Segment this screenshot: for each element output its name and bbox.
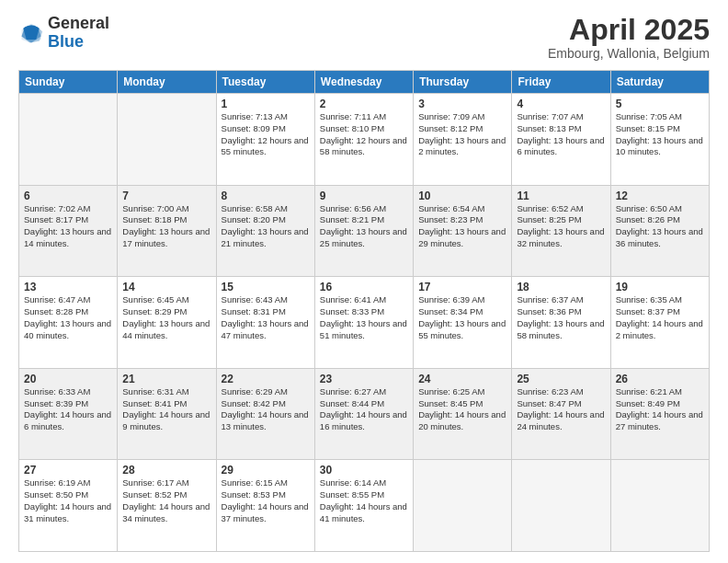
day-info: Sunrise: 6:45 AM Sunset: 8:29 PM Dayligh… bbox=[122, 294, 210, 341]
day-number: 10 bbox=[418, 190, 506, 202]
day-number: 12 bbox=[616, 190, 704, 202]
day-info: Sunrise: 6:29 AM Sunset: 8:42 PM Dayligh… bbox=[222, 386, 310, 433]
calendar-cell-w4-d1: 20Sunrise: 6:33 AM Sunset: 8:39 PM Dayli… bbox=[19, 368, 118, 460]
day-number: 25 bbox=[517, 373, 605, 385]
day-info: Sunrise: 7:02 AM Sunset: 8:17 PM Dayligh… bbox=[24, 203, 112, 250]
calendar-cell-w1-d7: 5Sunrise: 7:05 AM Sunset: 8:15 PM Daylig… bbox=[610, 94, 709, 186]
day-info: Sunrise: 6:54 AM Sunset: 8:23 PM Dayligh… bbox=[418, 203, 506, 250]
calendar-week-2: 6Sunrise: 7:02 AM Sunset: 8:17 PM Daylig… bbox=[19, 185, 710, 277]
calendar-cell-w5-d1: 27Sunrise: 6:19 AM Sunset: 8:50 PM Dayli… bbox=[19, 460, 118, 552]
calendar-cell-w5-d3: 29Sunrise: 6:15 AM Sunset: 8:53 PM Dayli… bbox=[216, 460, 314, 552]
calendar-cell-w2-d6: 11Sunrise: 6:52 AM Sunset: 8:25 PM Dayli… bbox=[512, 185, 610, 277]
col-saturday: Saturday bbox=[610, 71, 709, 94]
logo: General Blue bbox=[18, 15, 109, 52]
calendar-week-1: 1Sunrise: 7:13 AM Sunset: 8:09 PM Daylig… bbox=[19, 94, 710, 186]
logo-line1: General bbox=[48, 15, 109, 33]
day-number: 4 bbox=[517, 98, 605, 110]
day-number: 15 bbox=[222, 281, 310, 293]
day-info: Sunrise: 6:39 AM Sunset: 8:34 PM Dayligh… bbox=[418, 294, 506, 341]
day-number: 14 bbox=[122, 281, 210, 293]
col-sunday: Sunday bbox=[19, 71, 118, 94]
calendar-cell-w5-d4: 30Sunrise: 6:14 AM Sunset: 8:55 PM Dayli… bbox=[314, 460, 413, 552]
calendar-cell-w2-d4: 9Sunrise: 6:56 AM Sunset: 8:21 PM Daylig… bbox=[314, 185, 413, 277]
day-info: Sunrise: 6:58 AM Sunset: 8:20 PM Dayligh… bbox=[222, 203, 310, 250]
calendar-cell-w2-d2: 7Sunrise: 7:00 AM Sunset: 8:18 PM Daylig… bbox=[118, 185, 216, 277]
calendar-cell-w1-d5: 3Sunrise: 7:09 AM Sunset: 8:12 PM Daylig… bbox=[414, 94, 512, 186]
day-number: 19 bbox=[616, 281, 704, 293]
day-number: 2 bbox=[320, 98, 408, 110]
calendar-cell-w5-d6 bbox=[512, 460, 610, 552]
logo-icon bbox=[18, 20, 44, 46]
day-info: Sunrise: 6:47 AM Sunset: 8:28 PM Dayligh… bbox=[24, 294, 112, 341]
calendar-cell-w1-d4: 2Sunrise: 7:11 AM Sunset: 8:10 PM Daylig… bbox=[314, 94, 413, 186]
calendar-week-3: 13Sunrise: 6:47 AM Sunset: 8:28 PM Dayli… bbox=[19, 277, 710, 369]
day-number: 23 bbox=[320, 373, 408, 385]
col-friday: Friday bbox=[512, 71, 610, 94]
day-number: 17 bbox=[418, 281, 506, 293]
col-thursday: Thursday bbox=[414, 71, 512, 94]
day-number: 20 bbox=[24, 373, 112, 385]
calendar-cell-w1-d3: 1Sunrise: 7:13 AM Sunset: 8:09 PM Daylig… bbox=[216, 94, 314, 186]
day-number: 9 bbox=[320, 190, 408, 202]
day-number: 22 bbox=[222, 373, 310, 385]
day-info: Sunrise: 7:05 AM Sunset: 8:15 PM Dayligh… bbox=[616, 111, 704, 158]
calendar-cell-w2-d5: 10Sunrise: 6:54 AM Sunset: 8:23 PM Dayli… bbox=[414, 185, 512, 277]
calendar-cell-w5-d2: 28Sunrise: 6:17 AM Sunset: 8:52 PM Dayli… bbox=[118, 460, 216, 552]
day-info: Sunrise: 7:09 AM Sunset: 8:12 PM Dayligh… bbox=[418, 111, 506, 158]
calendar-cell-w3-d3: 15Sunrise: 6:43 AM Sunset: 8:31 PM Dayli… bbox=[216, 277, 314, 369]
day-info: Sunrise: 6:50 AM Sunset: 8:26 PM Dayligh… bbox=[616, 203, 704, 250]
calendar-cell-w3-d7: 19Sunrise: 6:35 AM Sunset: 8:37 PM Dayli… bbox=[610, 277, 709, 369]
day-number: 16 bbox=[320, 281, 408, 293]
calendar-cell-w3-d2: 14Sunrise: 6:45 AM Sunset: 8:29 PM Dayli… bbox=[118, 277, 216, 369]
calendar-header-row: Sunday Monday Tuesday Wednesday Thursday… bbox=[19, 71, 710, 94]
calendar-cell-w5-d7 bbox=[610, 460, 709, 552]
day-info: Sunrise: 6:56 AM Sunset: 8:21 PM Dayligh… bbox=[320, 203, 408, 250]
logo-line2: Blue bbox=[48, 33, 109, 52]
day-number: 27 bbox=[24, 464, 112, 477]
calendar-week-5: 27Sunrise: 6:19 AM Sunset: 8:50 PM Dayli… bbox=[19, 460, 710, 552]
day-number: 8 bbox=[222, 190, 310, 202]
day-number: 18 bbox=[517, 281, 605, 293]
day-number: 21 bbox=[122, 373, 210, 385]
title-block: April 2025 Embourg, Wallonia, Belgium bbox=[548, 15, 710, 61]
calendar-cell-w4-d7: 26Sunrise: 6:21 AM Sunset: 8:49 PM Dayli… bbox=[610, 368, 709, 460]
day-info: Sunrise: 7:13 AM Sunset: 8:09 PM Dayligh… bbox=[222, 111, 310, 158]
day-number: 5 bbox=[616, 98, 704, 110]
day-info: Sunrise: 6:17 AM Sunset: 8:52 PM Dayligh… bbox=[122, 477, 210, 524]
day-info: Sunrise: 6:19 AM Sunset: 8:50 PM Dayligh… bbox=[24, 477, 112, 524]
calendar-cell-w1-d1 bbox=[19, 94, 118, 186]
col-monday: Monday bbox=[118, 71, 216, 94]
day-number: 13 bbox=[24, 281, 112, 293]
calendar-cell-w3-d4: 16Sunrise: 6:41 AM Sunset: 8:33 PM Dayli… bbox=[314, 277, 413, 369]
day-number: 29 bbox=[222, 464, 310, 477]
day-info: Sunrise: 6:14 AM Sunset: 8:55 PM Dayligh… bbox=[320, 477, 408, 524]
day-info: Sunrise: 7:00 AM Sunset: 8:18 PM Dayligh… bbox=[122, 203, 210, 250]
day-number: 24 bbox=[418, 373, 506, 385]
location-subtitle: Embourg, Wallonia, Belgium bbox=[548, 46, 710, 61]
day-info: Sunrise: 6:21 AM Sunset: 8:49 PM Dayligh… bbox=[616, 386, 704, 433]
day-info: Sunrise: 6:52 AM Sunset: 8:25 PM Dayligh… bbox=[517, 203, 605, 250]
calendar-cell-w3-d1: 13Sunrise: 6:47 AM Sunset: 8:28 PM Dayli… bbox=[19, 277, 118, 369]
calendar-week-4: 20Sunrise: 6:33 AM Sunset: 8:39 PM Dayli… bbox=[19, 368, 710, 460]
day-info: Sunrise: 6:41 AM Sunset: 8:33 PM Dayligh… bbox=[320, 294, 408, 341]
day-info: Sunrise: 6:37 AM Sunset: 8:36 PM Dayligh… bbox=[517, 294, 605, 341]
day-info: Sunrise: 6:31 AM Sunset: 8:41 PM Dayligh… bbox=[122, 386, 210, 433]
day-info: Sunrise: 6:35 AM Sunset: 8:37 PM Dayligh… bbox=[616, 294, 704, 341]
logo-text: General Blue bbox=[48, 15, 109, 52]
header: General Blue April 2025 Embourg, Walloni… bbox=[18, 15, 710, 61]
calendar-cell-w3-d5: 17Sunrise: 6:39 AM Sunset: 8:34 PM Dayli… bbox=[414, 277, 512, 369]
calendar-cell-w2-d3: 8Sunrise: 6:58 AM Sunset: 8:20 PM Daylig… bbox=[216, 185, 314, 277]
day-number: 26 bbox=[616, 373, 704, 385]
day-number: 6 bbox=[24, 190, 112, 202]
calendar-cell-w4-d4: 23Sunrise: 6:27 AM Sunset: 8:44 PM Dayli… bbox=[314, 368, 413, 460]
calendar-cell-w4-d5: 24Sunrise: 6:25 AM Sunset: 8:45 PM Dayli… bbox=[414, 368, 512, 460]
day-number: 11 bbox=[517, 190, 605, 202]
calendar-cell-w4-d6: 25Sunrise: 6:23 AM Sunset: 8:47 PM Dayli… bbox=[512, 368, 610, 460]
page: General Blue April 2025 Embourg, Walloni… bbox=[0, 0, 728, 563]
day-number: 30 bbox=[320, 464, 408, 477]
calendar-cell-w4-d2: 21Sunrise: 6:31 AM Sunset: 8:41 PM Dayli… bbox=[118, 368, 216, 460]
col-wednesday: Wednesday bbox=[314, 71, 413, 94]
day-number: 1 bbox=[222, 98, 310, 110]
calendar-cell-w2-d7: 12Sunrise: 6:50 AM Sunset: 8:26 PM Dayli… bbox=[610, 185, 709, 277]
day-number: 7 bbox=[122, 190, 210, 202]
